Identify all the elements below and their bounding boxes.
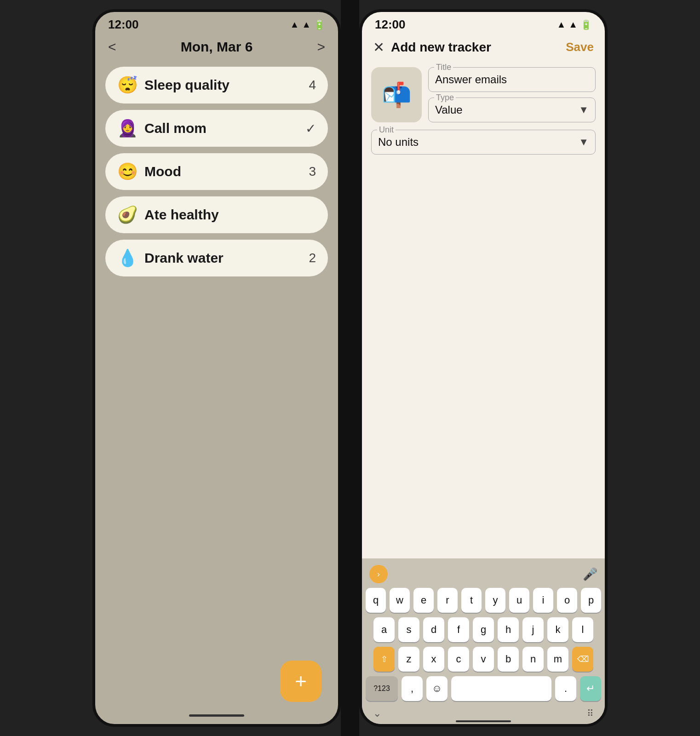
keyboard-collapse-icon[interactable]: ⌄ bbox=[373, 707, 381, 719]
status-icons-left: ▲ ▲ 🔋 bbox=[290, 19, 325, 30]
key-c[interactable]: c bbox=[448, 647, 469, 672]
close-button[interactable]: ✕ bbox=[373, 39, 384, 55]
time-left: 12:00 bbox=[108, 17, 139, 32]
key-x[interactable]: x bbox=[423, 647, 444, 672]
key-h[interactable]: h bbox=[498, 617, 519, 642]
tracker-item[interactable]: 🥑 Ate healthy bbox=[105, 196, 328, 233]
key-i[interactable]: i bbox=[533, 588, 553, 613]
keyboard-row-1: q w e r t y u i o p bbox=[366, 588, 601, 613]
status-bar-right: 12:00 ▲ ▲ 🔋 bbox=[362, 12, 605, 35]
keyboard-layout-icon[interactable]: ⠿ bbox=[587, 708, 594, 719]
unit-dropdown-arrow: ▼ bbox=[579, 136, 589, 148]
title-label: Title bbox=[434, 63, 453, 72]
sleep-name: Sleep quality bbox=[144, 77, 230, 93]
battery-icon: 🔋 bbox=[314, 19, 325, 30]
key-v[interactable]: v bbox=[473, 647, 494, 672]
space-key[interactable] bbox=[451, 676, 551, 701]
status-icons-right: ▲ ▲ 🔋 bbox=[557, 19, 592, 30]
current-date: Mon, Mar 6 bbox=[181, 39, 253, 55]
num-sym-key[interactable]: ?123 bbox=[366, 676, 398, 701]
wifi-icon: ▲ bbox=[290, 19, 299, 30]
key-z[interactable]: z bbox=[398, 647, 419, 672]
tracker-left-water: 💧 Drank water bbox=[117, 250, 224, 266]
time-right: 12:00 bbox=[375, 17, 406, 32]
type-dropdown-arrow: ▼ bbox=[579, 104, 589, 116]
keyboard-toolbar: › 🎤 bbox=[366, 563, 601, 588]
shift-key[interactable]: ⇧ bbox=[373, 647, 395, 672]
type-label: Type bbox=[434, 93, 456, 103]
water-name: Drank water bbox=[144, 250, 224, 266]
title-value: Answer emails bbox=[435, 71, 589, 86]
form-area: 📬 Title Answer emails Type Value ▼ bbox=[362, 63, 605, 159]
status-bar-left: 12:00 ▲ ▲ 🔋 bbox=[95, 12, 338, 35]
key-u[interactable]: u bbox=[509, 588, 529, 613]
callmom-emoji: 🧕 bbox=[117, 120, 138, 137]
fields-column: Title Answer emails Type Value ▼ bbox=[428, 67, 596, 122]
unit-field[interactable]: Unit No units ▼ bbox=[371, 130, 596, 155]
microphone-icon[interactable]: 🎤 bbox=[583, 567, 597, 581]
add-tracker-button[interactable]: + bbox=[280, 661, 321, 702]
unit-select[interactable]: No units ▼ bbox=[378, 134, 589, 149]
expand-icon: › bbox=[377, 569, 380, 579]
tracker-left-sleep: 😴 Sleep quality bbox=[117, 77, 230, 93]
key-q[interactable]: q bbox=[366, 588, 386, 613]
tracker-list: 😴 Sleep quality 4 🧕 Call mom ✓ 😊 Mood 3 … bbox=[95, 62, 338, 281]
key-j[interactable]: j bbox=[522, 617, 544, 642]
home-indicator-right bbox=[456, 720, 511, 722]
key-l[interactable]: l bbox=[572, 617, 593, 642]
keyboard-row-4: ?123 , ☺ . ↵ bbox=[366, 676, 601, 701]
save-button[interactable]: Save bbox=[566, 40, 594, 54]
unit-label: Unit bbox=[377, 125, 396, 135]
water-emoji: 💧 bbox=[117, 250, 138, 266]
key-e[interactable]: e bbox=[413, 588, 434, 613]
emoji-picker[interactable]: 📬 bbox=[371, 67, 422, 122]
healthy-emoji: 🥑 bbox=[117, 207, 138, 223]
callmom-check: ✓ bbox=[305, 121, 316, 136]
key-a[interactable]: a bbox=[373, 617, 395, 642]
signal-icon-right: ▲ bbox=[568, 19, 578, 30]
tracker-left-mood: 😊 Mood bbox=[117, 163, 181, 180]
key-t[interactable]: t bbox=[461, 588, 482, 613]
app-header: ✕ Add new tracker Save bbox=[362, 35, 605, 63]
key-m[interactable]: m bbox=[547, 647, 568, 672]
mood-emoji: 😊 bbox=[117, 163, 138, 180]
next-day-button[interactable]: > bbox=[317, 39, 325, 55]
selected-emoji: 📬 bbox=[382, 81, 412, 109]
key-p[interactable]: p bbox=[581, 588, 601, 613]
right-phone: 12:00 ▲ ▲ 🔋 ✕ Add new tracker Save 📬 Tit… bbox=[359, 9, 608, 727]
key-r[interactable]: r bbox=[437, 588, 458, 613]
dot-key[interactable]: . bbox=[555, 676, 576, 701]
key-d[interactable]: d bbox=[423, 617, 444, 642]
healthy-name: Ate healthy bbox=[144, 207, 219, 223]
keyboard-expand-button[interactable]: › bbox=[369, 565, 388, 583]
keyboard-row-3: ⇧ z x c v b n m ⌫ bbox=[366, 647, 601, 672]
key-s[interactable]: s bbox=[398, 617, 419, 642]
key-k[interactable]: k bbox=[547, 617, 568, 642]
callmom-name: Call mom bbox=[144, 121, 207, 136]
battery-icon-right: 🔋 bbox=[580, 19, 592, 30]
signal-icon: ▲ bbox=[302, 19, 311, 30]
key-w[interactable]: w bbox=[390, 588, 410, 613]
key-y[interactable]: y bbox=[485, 588, 505, 613]
emoji-keyboard-key[interactable]: ☺ bbox=[426, 676, 448, 701]
backspace-key[interactable]: ⌫ bbox=[572, 647, 593, 672]
type-select[interactable]: Value ▼ bbox=[435, 102, 589, 116]
tracker-item[interactable]: 💧 Drank water 2 bbox=[105, 240, 328, 276]
title-field[interactable]: Title Answer emails bbox=[428, 67, 596, 92]
comma-key[interactable]: , bbox=[402, 676, 423, 701]
key-g[interactable]: g bbox=[473, 617, 494, 642]
prev-day-button[interactable]: < bbox=[108, 39, 116, 55]
tracker-item[interactable]: 😴 Sleep quality 4 bbox=[105, 67, 328, 104]
type-field[interactable]: Type Value ▼ bbox=[428, 98, 596, 122]
tracker-item[interactable]: 🧕 Call mom ✓ bbox=[105, 110, 328, 147]
key-b[interactable]: b bbox=[498, 647, 519, 672]
enter-key[interactable]: ↵ bbox=[580, 676, 601, 701]
tracker-item[interactable]: 😊 Mood 3 bbox=[105, 153, 328, 190]
water-value: 2 bbox=[309, 251, 316, 265]
mood-value: 3 bbox=[309, 164, 316, 179]
sleep-value: 4 bbox=[309, 78, 316, 92]
key-o[interactable]: o bbox=[557, 588, 577, 613]
mood-name: Mood bbox=[144, 164, 181, 179]
key-f[interactable]: f bbox=[448, 617, 469, 642]
key-n[interactable]: n bbox=[522, 647, 544, 672]
